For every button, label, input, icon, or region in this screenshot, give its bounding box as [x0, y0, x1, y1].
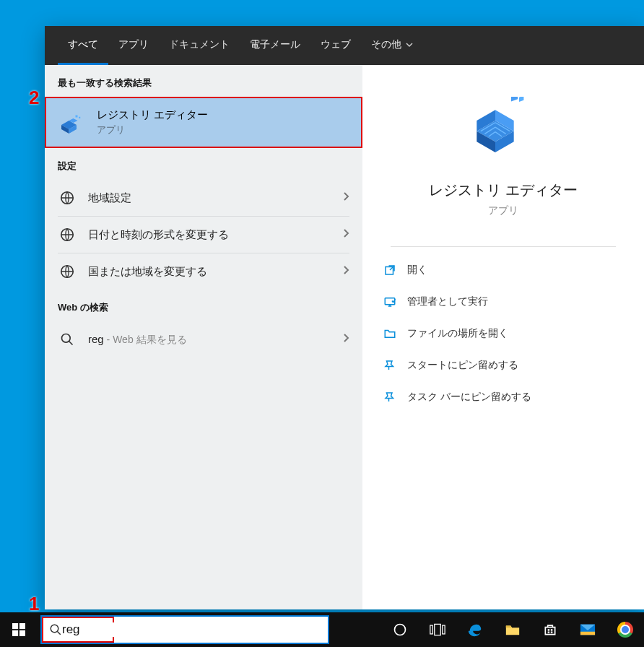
chevron-right-icon — [342, 265, 349, 278]
search-icon — [58, 330, 77, 349]
action-label: ファイルの場所を開く — [407, 327, 508, 340]
search-tabs-bar: すべて アプリ ドキュメント 電子メール ウェブ その他 — [45, 26, 644, 65]
mail-button[interactable] — [569, 612, 606, 647]
settings-item-datetime[interactable]: 日付と時刻の形式を変更する — [45, 217, 362, 253]
start-button[interactable] — [0, 612, 38, 647]
settings-item-label: 地域設定 — [88, 191, 331, 205]
tab-documents[interactable]: ドキュメント — [159, 26, 240, 65]
web-section-label: Web の検索 — [45, 290, 362, 321]
svg-point-5 — [62, 334, 71, 343]
web-search-text: reg - Web 結果を見る — [88, 333, 331, 347]
folder-icon — [383, 326, 397, 341]
pin-icon — [383, 358, 397, 373]
store-button[interactable] — [531, 612, 569, 647]
web-search-term: reg — [88, 333, 104, 345]
results-left-column: 最も一致する検索結果 レジストリ — [45, 65, 362, 609]
search-body: 最も一致する検索結果 レジストリ — [45, 65, 644, 609]
chrome-button[interactable] — [606, 612, 644, 647]
taskbar-tray — [381, 612, 644, 647]
svg-rect-20 — [548, 629, 550, 631]
tab-web-label: ウェブ — [321, 38, 351, 51]
best-match-result[interactable]: レジストリ エディター アプリ — [45, 97, 362, 148]
settings-item-label: 日付と時刻の形式を変更する — [88, 228, 331, 242]
svg-rect-11 — [12, 623, 18, 629]
folder-icon — [505, 622, 521, 637]
cortana-button[interactable] — [381, 612, 419, 647]
detail-pane: レジストリ エディター アプリ 開く 管理者として実行 ファイルの場所を開く — [362, 65, 644, 609]
taskbar — [0, 612, 644, 647]
settings-item-region[interactable]: 地域設定 — [45, 180, 362, 216]
explorer-button[interactable] — [494, 612, 531, 647]
svg-rect-18 — [435, 624, 440, 635]
chevron-down-icon — [406, 41, 413, 48]
settings-item-label: 国または地域を変更する — [88, 265, 331, 279]
best-match-text: レジストリ エディター アプリ — [97, 108, 208, 136]
tab-email[interactable]: 電子メール — [240, 26, 310, 65]
globe-icon — [58, 188, 77, 207]
action-label: スタートにピン留めする — [407, 359, 518, 372]
tab-all[interactable]: すべて — [58, 26, 108, 65]
svg-rect-13 — [12, 630, 18, 636]
svg-rect-22 — [548, 632, 550, 634]
web-search-suffix: - Web 結果を見る — [104, 334, 187, 345]
svg-rect-21 — [551, 629, 553, 631]
cortana-icon — [393, 622, 407, 637]
detail-divider — [391, 246, 616, 247]
task-view-button[interactable] — [419, 612, 456, 647]
svg-rect-0 — [76, 115, 78, 117]
tab-all-label: すべて — [68, 38, 98, 51]
svg-rect-6 — [511, 97, 518, 101]
edge-icon — [467, 622, 483, 638]
action-label: 開く — [407, 264, 427, 277]
best-match-section-label: 最も一致する検索結果 — [45, 65, 362, 97]
chevron-right-icon — [342, 191, 349, 204]
settings-item-country[interactable]: 国または地域を変更する — [45, 253, 362, 290]
tab-more-label: その他 — [371, 38, 401, 51]
action-run-admin[interactable]: 管理者として実行 — [377, 286, 630, 318]
action-list: 開く 管理者として実行 ファイルの場所を開く スタートにピン留めする タスク バ… — [362, 254, 644, 413]
taskbar-search-box[interactable] — [40, 615, 329, 644]
store-icon — [543, 622, 557, 637]
action-pin-start[interactable]: スタートにピン留めする — [377, 349, 630, 381]
search-results-panel: すべて アプリ ドキュメント 電子メール ウェブ その他 最も一致する検索結果 — [45, 26, 644, 609]
globe-icon — [58, 225, 77, 244]
svg-rect-7 — [519, 97, 523, 102]
tab-web[interactable]: ウェブ — [310, 26, 361, 65]
action-label: 管理者として実行 — [407, 295, 488, 308]
search-icon — [49, 623, 62, 636]
registry-editor-large-icon — [471, 97, 535, 163]
chevron-right-icon — [342, 228, 349, 241]
registry-editor-icon — [59, 110, 85, 136]
svg-point-16 — [395, 625, 406, 635]
action-open[interactable]: 開く — [377, 254, 630, 286]
tab-documents-label: ドキュメント — [169, 38, 230, 51]
globe-icon — [58, 262, 77, 281]
detail-subtitle: アプリ — [488, 204, 518, 217]
svg-rect-19 — [443, 625, 445, 634]
tab-more[interactable]: その他 — [361, 26, 423, 65]
action-label: タスク バーにピン留めする — [407, 391, 531, 404]
web-search-item[interactable]: reg - Web 結果を見る — [45, 321, 362, 357]
mail-icon — [580, 623, 596, 636]
tab-apps-label: アプリ — [118, 38, 149, 51]
tab-apps[interactable]: アプリ — [108, 26, 159, 65]
chevron-right-icon — [342, 333, 349, 346]
pin-icon — [383, 390, 397, 404]
search-input[interactable] — [62, 622, 215, 637]
svg-rect-23 — [551, 632, 553, 634]
chrome-icon — [617, 622, 633, 638]
detail-title: レジストリ エディター — [429, 181, 578, 200]
settings-section-label: 設定 — [45, 148, 362, 180]
action-open-location[interactable]: ファイルの場所を開く — [377, 318, 630, 349]
admin-icon — [383, 295, 397, 309]
svg-point-15 — [51, 625, 58, 633]
best-match-subtitle: アプリ — [97, 123, 208, 136]
tab-email-label: 電子メール — [250, 38, 300, 51]
svg-rect-17 — [430, 625, 432, 634]
annotation-callout-1: 1 — [29, 593, 39, 615]
action-pin-taskbar[interactable]: タスク バーにピン留めする — [377, 381, 630, 413]
edge-button[interactable] — [456, 612, 494, 647]
best-match-title: レジストリ エディター — [97, 108, 208, 122]
search-highlight-frame — [42, 617, 114, 643]
windows-logo-icon — [12, 623, 25, 636]
